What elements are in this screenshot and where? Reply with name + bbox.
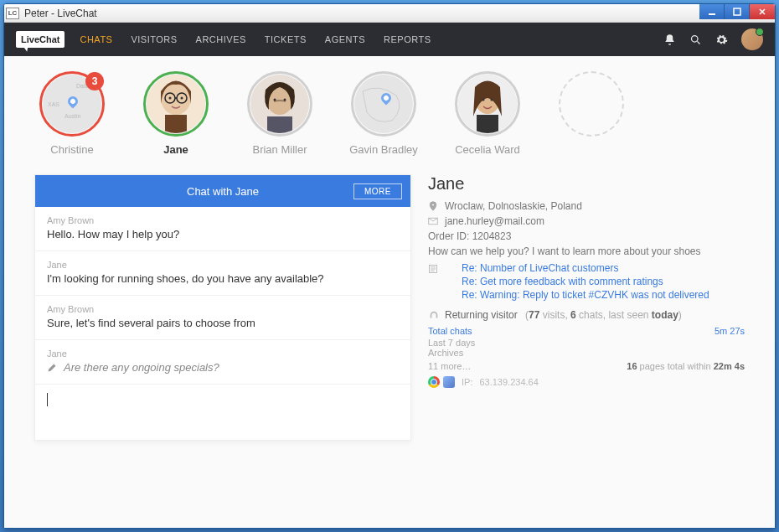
returning-stats: (77 visits, 6 chats, last seen today) xyxy=(523,309,682,321)
location-pin-icon xyxy=(428,201,438,211)
svg-rect-15 xyxy=(267,116,292,133)
message-sender: Amy Brown xyxy=(47,215,399,225)
visitor-name: Jane xyxy=(163,143,188,156)
chat-header: Chat with Jane MORE xyxy=(35,175,410,207)
face-icon xyxy=(250,75,309,133)
visitor-christine[interactable]: Dallas XAS Austin 3 Christine xyxy=(34,71,110,156)
visitor-jane[interactable]: Jane xyxy=(138,71,214,156)
face-icon xyxy=(458,75,517,133)
message-text: I'm looking for running shoes, do you ha… xyxy=(47,272,399,285)
headset-icon xyxy=(428,309,440,321)
stat-pages: 11 more… 16 pages total within 22m 4s xyxy=(428,361,745,371)
maximize-button[interactable] xyxy=(725,4,750,19)
nav-archives[interactable]: ARCHIVES xyxy=(196,34,246,44)
top-nav: LiveChat CHATS VISITORS ARCHIVES TICKETS… xyxy=(4,23,775,56)
returning-visitor: Returning visitor (77 visits, 6 chats, l… xyxy=(428,309,745,321)
map-icon xyxy=(354,75,413,133)
visitor-avatar: Dallas XAS Austin 3 xyxy=(39,71,105,137)
topic-link[interactable]: Re: Number of LiveChat customers xyxy=(462,262,709,274)
visitor-avatar xyxy=(455,71,520,137)
message-sender: Jane xyxy=(47,260,399,270)
visitor-name: Christine xyxy=(50,143,93,156)
document-icon xyxy=(428,264,438,274)
message-sender: Jane xyxy=(47,349,399,359)
detail-question: How can we help you? I want to learn mor… xyxy=(428,245,745,257)
visitor-avatar xyxy=(247,71,312,137)
nav-agents[interactable]: AGENTS xyxy=(325,34,365,44)
nav-visitors[interactable]: VISITORS xyxy=(131,34,177,44)
visitor-avatar xyxy=(351,71,416,137)
chat-input-area[interactable] xyxy=(35,393,410,406)
app-window: LC Peter - LiveChat LiveChat CHATS VISIT… xyxy=(3,3,776,529)
detail-location: Wroclaw, Dolnoslaskie, Poland xyxy=(428,200,745,212)
svg-point-9 xyxy=(181,97,183,100)
chat-message-typing: Jane Are there any ongoing specials? xyxy=(35,340,410,385)
more-button[interactable]: MORE xyxy=(353,183,402,199)
svg-rect-1 xyxy=(734,8,740,15)
ip-label: IP: xyxy=(462,377,472,387)
message-text: Are there any ongoing specials? xyxy=(47,361,399,374)
chat-message: Jane I'm looking for running shoes, do y… xyxy=(35,251,410,296)
visitor-avatar xyxy=(143,71,209,137)
visitor-cecelia[interactable]: Cecelia Ward xyxy=(450,71,525,156)
visitor-brian[interactable]: Brian Miller xyxy=(242,71,317,156)
svg-point-2 xyxy=(692,35,699,42)
face-icon xyxy=(147,75,205,133)
map-pin-icon xyxy=(66,95,80,109)
window-title: Peter - LiveChat xyxy=(24,8,97,19)
svg-point-8 xyxy=(169,97,172,100)
svg-rect-10 xyxy=(165,115,187,133)
nav-reports[interactable]: REPORTS xyxy=(384,34,431,44)
nav-chats[interactable]: CHATS xyxy=(80,34,112,44)
ip-value: 63.139.234.64 xyxy=(479,377,538,387)
message-text: Sure, let's find several pairs to choose… xyxy=(47,317,399,329)
visitor-gavin[interactable]: Gavin Bradley xyxy=(346,71,421,156)
message-text: Hello. How may I help you? xyxy=(47,228,399,240)
detail-email: jane.hurley@mail.com xyxy=(428,215,745,227)
close-button[interactable] xyxy=(750,4,775,19)
logo-text: LiveChat xyxy=(21,34,59,44)
content-area: Dallas XAS Austin 3 Christine Jane xyxy=(4,56,775,528)
nav-tickets[interactable]: TICKETS xyxy=(265,34,307,44)
detail-topics: Re: Number of LiveChat customers Re: Get… xyxy=(428,262,745,302)
user-avatar[interactable] xyxy=(741,28,763,50)
svg-rect-0 xyxy=(709,13,715,15)
bell-icon[interactable] xyxy=(663,34,676,46)
chat-message: Amy Brown Hello. How may I help you? xyxy=(35,207,410,251)
chat-message: Amy Brown Sure, let's find several pairs… xyxy=(35,296,410,340)
chrome-icon xyxy=(428,376,440,388)
stat-total-chats[interactable]: Total chats 5m 27s xyxy=(428,326,745,336)
topic-link[interactable]: Re: Get more feedback with comment ratin… xyxy=(462,276,709,287)
os-icon xyxy=(443,376,455,388)
detail-order: Order ID: 1204823 xyxy=(428,230,745,242)
app-icon: LC xyxy=(6,8,19,19)
pencil-icon xyxy=(47,363,57,373)
minimize-button[interactable] xyxy=(699,4,725,19)
window-controls xyxy=(699,4,775,19)
visitors-row: Dallas XAS Austin 3 Christine Jane xyxy=(34,71,745,156)
empty-slot-icon xyxy=(559,71,624,137)
logo[interactable]: LiveChat xyxy=(16,31,64,48)
gear-icon[interactable] xyxy=(715,34,728,46)
nav-right xyxy=(663,28,763,50)
detail-name: Jane xyxy=(428,174,745,194)
visitor-name: Brian Miller xyxy=(252,143,307,156)
topic-link[interactable]: Re: Warning: Reply to ticket #CZVHK was … xyxy=(462,289,709,301)
stat-last7: Last 7 days xyxy=(428,338,745,348)
browser-info: IP: 63.139.234.64 xyxy=(428,376,745,388)
visitor-name: Gavin Bradley xyxy=(349,143,418,156)
svg-rect-20 xyxy=(477,115,498,133)
main-columns: Chat with Jane MORE Amy Brown Hello. How… xyxy=(34,174,745,441)
envelope-icon xyxy=(428,216,438,226)
chat-header-title: Chat with Jane xyxy=(187,185,259,198)
chat-panel: Chat with Jane MORE Amy Brown Hello. How… xyxy=(34,174,411,441)
titlebar: LC Peter - LiveChat xyxy=(4,4,775,23)
search-icon[interactable] xyxy=(689,34,702,46)
notification-badge: 3 xyxy=(85,72,104,90)
detail-panel: Jane Wroclaw, Dolnoslaskie, Poland jane.… xyxy=(428,174,745,441)
visitor-empty-slot[interactable] xyxy=(554,71,629,143)
nav-links: CHATS VISITORS ARCHIVES TICKETS AGENTS R… xyxy=(80,34,431,44)
message-sender: Amy Brown xyxy=(47,304,399,314)
svg-point-18 xyxy=(482,99,485,101)
visitor-name: Cecelia Ward xyxy=(455,143,520,156)
